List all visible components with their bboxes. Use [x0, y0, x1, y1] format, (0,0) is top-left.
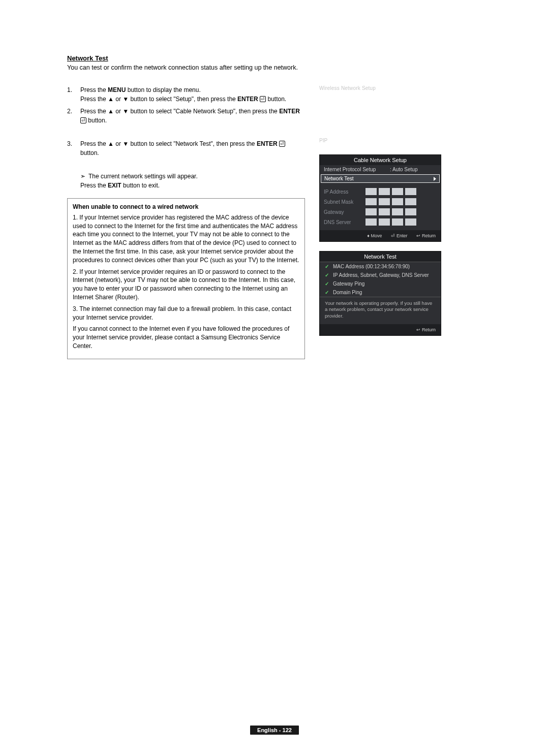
ip-cell — [405, 208, 416, 215]
ip-cell — [392, 208, 403, 215]
checkmark-icon: ✓ — [325, 290, 329, 295]
ip-cell — [379, 198, 390, 205]
osd1-protocol-row[interactable]: Internet Protocol Setup : Auto Setup — [320, 165, 441, 174]
return-hint: ↩ Return — [416, 233, 436, 238]
ip-cell — [392, 188, 403, 195]
intro-text: You can test or confirm the network conn… — [67, 64, 305, 71]
subnote-text: The current network settings will appear… — [88, 173, 198, 180]
osd2-title: Network Test — [320, 251, 441, 262]
step-item: 3.Press the ▲ or ▼ button to select "Net… — [67, 139, 305, 158]
box-title: When unable to connect to a wired networ… — [73, 203, 299, 211]
right-arrow-icon — [434, 177, 436, 181]
move-hint: ♦ Move — [367, 233, 382, 238]
subnote: ➣The current network settings will appea… — [67, 172, 305, 181]
osd-ip-row: DNS Server — [320, 217, 441, 227]
osd-ip-row: IP Address — [320, 186, 441, 197]
step-body: Press the ▲ or ▼ button to select "Netwo… — [80, 139, 305, 158]
section-title: Network Test — [67, 54, 305, 62]
osd2-message: Your network is operating properly. If y… — [320, 297, 441, 324]
wireless-setup-label: Wireless Network Setup — [319, 85, 441, 91]
osd-cable-network-setup: Cable Network Setup Internet Protocol Se… — [319, 154, 441, 242]
enter-icon: ⏎ — [80, 117, 86, 123]
checkmark-icon: ✓ — [325, 264, 329, 269]
ip-cell — [365, 198, 377, 205]
osd-check-row: ✓MAC Address (00:12:34:56:78:90) — [320, 262, 441, 271]
osd-network-test: Network Test ✓MAC Address (00:12:34:56:7… — [319, 251, 441, 336]
ip-cell — [379, 218, 390, 226]
ip-cell — [405, 198, 416, 205]
step-number: 3. — [67, 139, 80, 158]
ip-cell — [379, 208, 390, 215]
box-tail: If you cannot connect to the Internet ev… — [73, 325, 299, 350]
ip-cell — [365, 188, 377, 195]
step-number: 1. — [67, 85, 80, 104]
osd2-footer: ↩ Return — [320, 324, 441, 335]
osd-check-row: ✓Gateway Ping — [320, 279, 441, 288]
steps-block-1: 1.Press the MENU button to display the m… — [67, 85, 305, 125]
box-item: 2. If your Internet service provider req… — [73, 268, 299, 302]
osd-check-row: ✓Domain Ping — [320, 288, 441, 297]
ip-cell — [365, 208, 377, 215]
ip-cell — [405, 218, 416, 226]
ip-cell — [365, 218, 377, 226]
step-number: 2. — [67, 107, 80, 125]
subnote-exit: Press the EXIT button to exit. — [67, 181, 305, 190]
enter-icon: ⏎ — [279, 141, 285, 147]
ip-cell — [392, 218, 403, 226]
subnote-arrow-icon: ➣ — [80, 173, 85, 180]
page-number-pill: English - 122 — [250, 726, 299, 735]
enter-icon: ⏎ — [260, 96, 266, 102]
page-footer: English - 122 — [0, 726, 549, 735]
osd1-footer: ♦ Move ⏎ Enter ↩ Return — [320, 230, 441, 241]
step-item: 2.Press the ▲ or ▼ button to select "Cab… — [67, 107, 305, 125]
ip-cell — [392, 198, 403, 205]
osd1-network-test-row[interactable]: Network Test — [321, 174, 440, 183]
step-item: 1.Press the MENU button to display the m… — [67, 85, 305, 104]
enter-hint: ⏎ Enter — [391, 233, 407, 238]
return-hint: ↩ Return — [416, 327, 436, 332]
steps-block-2: 3.Press the ▲ or ▼ button to select "Net… — [67, 139, 305, 158]
box-item: 1. If your Internet service provider has… — [73, 213, 299, 265]
box-item: 3. The internet connection may fail due … — [73, 305, 299, 322]
ip-cell — [405, 188, 416, 195]
checkmark-icon: ✓ — [325, 281, 329, 287]
step-body: Press the ▲ or ▼ button to select "Cable… — [80, 107, 305, 125]
step-body: Press the MENU button to display the men… — [80, 85, 305, 104]
pip-label: PIP — [319, 138, 441, 143]
troubleshoot-box: When unable to connect to a wired networ… — [67, 198, 305, 359]
osd1-title: Cable Network Setup — [320, 155, 441, 165]
osd-ip-row: Gateway — [320, 207, 441, 217]
checkmark-icon: ✓ — [325, 272, 329, 278]
osd-check-row: ✓IP Address, Subnet, Gateway, DNS Server — [320, 271, 441, 279]
ip-cell — [379, 188, 390, 195]
osd-ip-row: Subnet Mask — [320, 197, 441, 207]
